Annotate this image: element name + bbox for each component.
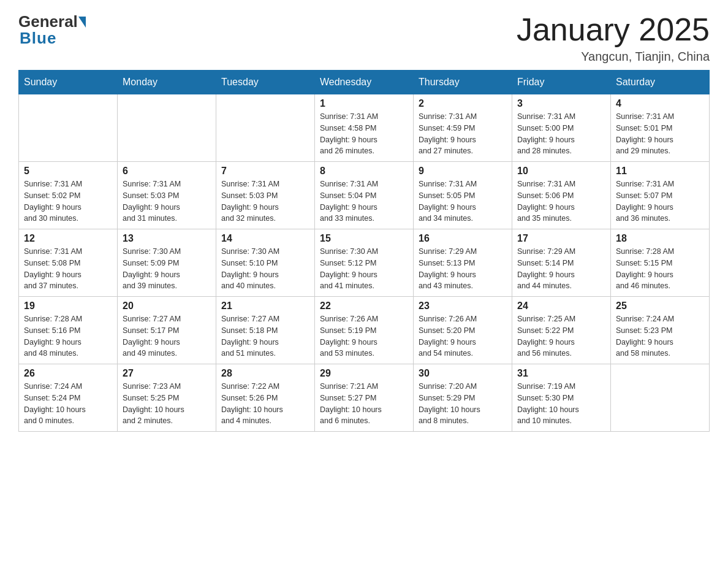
calendar-header-row: SundayMondayTuesdayWednesdayThursdayFrid…	[19, 71, 710, 94]
day-number: 25	[616, 301, 704, 312]
day-info: Sunrise: 7:22 AMSunset: 5:26 PMDaylight:…	[221, 381, 309, 427]
location-text: Yangcun, Tianjin, China	[517, 50, 710, 64]
calendar-cell: 7Sunrise: 7:31 AMSunset: 5:03 PMDaylight…	[216, 162, 315, 229]
calendar-cell	[216, 94, 315, 162]
day-info: Sunrise: 7:31 AMSunset: 5:01 PMDaylight:…	[616, 111, 704, 157]
calendar-cell: 13Sunrise: 7:30 AMSunset: 5:09 PMDayligh…	[118, 229, 216, 297]
day-info: Sunrise: 7:31 AMSunset: 5:03 PMDaylight:…	[123, 178, 211, 224]
day-number: 9	[419, 166, 507, 177]
calendar-cell: 19Sunrise: 7:28 AMSunset: 5:16 PMDayligh…	[19, 297, 118, 364]
calendar-cell: 20Sunrise: 7:27 AMSunset: 5:17 PMDayligh…	[118, 297, 216, 364]
calendar-cell: 21Sunrise: 7:27 AMSunset: 5:18 PMDayligh…	[216, 297, 315, 364]
day-info: Sunrise: 7:28 AMSunset: 5:16 PMDaylight:…	[24, 313, 112, 359]
day-info: Sunrise: 7:19 AMSunset: 5:30 PMDaylight:…	[517, 381, 605, 427]
day-info: Sunrise: 7:27 AMSunset: 5:17 PMDaylight:…	[123, 313, 211, 359]
calendar-week-row: 1Sunrise: 7:31 AMSunset: 4:58 PMDaylight…	[19, 94, 710, 162]
day-number: 22	[320, 301, 408, 312]
day-number: 5	[24, 166, 112, 177]
calendar-cell: 11Sunrise: 7:31 AMSunset: 5:07 PMDayligh…	[611, 162, 710, 229]
calendar-cell: 8Sunrise: 7:31 AMSunset: 5:04 PMDaylight…	[315, 162, 414, 229]
calendar-cell: 4Sunrise: 7:31 AMSunset: 5:01 PMDaylight…	[611, 94, 710, 162]
calendar-cell: 5Sunrise: 7:31 AMSunset: 5:02 PMDaylight…	[19, 162, 118, 229]
calendar-cell: 10Sunrise: 7:31 AMSunset: 5:06 PMDayligh…	[512, 162, 611, 229]
calendar-cell: 25Sunrise: 7:24 AMSunset: 5:23 PMDayligh…	[611, 297, 710, 364]
day-number: 10	[517, 166, 605, 177]
calendar-cell: 29Sunrise: 7:21 AMSunset: 5:27 PMDayligh…	[315, 364, 414, 432]
day-info: Sunrise: 7:30 AMSunset: 5:12 PMDaylight:…	[320, 246, 408, 292]
day-number: 31	[517, 368, 605, 379]
calendar-week-row: 26Sunrise: 7:24 AMSunset: 5:24 PMDayligh…	[19, 364, 710, 432]
calendar-header-thursday: Thursday	[414, 71, 512, 94]
day-info: Sunrise: 7:29 AMSunset: 5:13 PMDaylight:…	[419, 246, 507, 292]
day-number: 27	[123, 368, 211, 379]
calendar-header-monday: Monday	[118, 71, 216, 94]
day-info: Sunrise: 7:29 AMSunset: 5:14 PMDaylight:…	[517, 246, 605, 292]
day-number: 29	[320, 368, 408, 379]
day-number: 17	[517, 233, 605, 244]
day-info: Sunrise: 7:27 AMSunset: 5:18 PMDaylight:…	[221, 313, 309, 359]
day-number: 8	[320, 166, 408, 177]
calendar-header-wednesday: Wednesday	[315, 71, 414, 94]
day-info: Sunrise: 7:31 AMSunset: 4:59 PMDaylight:…	[419, 111, 507, 157]
calendar-cell: 23Sunrise: 7:26 AMSunset: 5:20 PMDayligh…	[414, 297, 512, 364]
day-info: Sunrise: 7:24 AMSunset: 5:24 PMDaylight:…	[24, 381, 112, 427]
day-number: 2	[419, 98, 507, 109]
calendar-header-friday: Friday	[512, 71, 611, 94]
day-info: Sunrise: 7:28 AMSunset: 5:15 PMDaylight:…	[616, 246, 704, 292]
calendar-header-sunday: Sunday	[19, 71, 118, 94]
month-title: January 2025	[517, 12, 710, 47]
calendar-cell: 15Sunrise: 7:30 AMSunset: 5:12 PMDayligh…	[315, 229, 414, 297]
calendar-cell: 3Sunrise: 7:31 AMSunset: 5:00 PMDaylight…	[512, 94, 611, 162]
calendar-cell: 24Sunrise: 7:25 AMSunset: 5:22 PMDayligh…	[512, 297, 611, 364]
day-info: Sunrise: 7:31 AMSunset: 5:02 PMDaylight:…	[24, 178, 112, 224]
day-number: 21	[221, 301, 309, 312]
day-info: Sunrise: 7:30 AMSunset: 5:10 PMDaylight:…	[221, 246, 309, 292]
calendar-cell: 9Sunrise: 7:31 AMSunset: 5:05 PMDaylight…	[414, 162, 512, 229]
calendar-cell: 1Sunrise: 7:31 AMSunset: 4:58 PMDaylight…	[315, 94, 414, 162]
logo: General Blue	[18, 12, 86, 48]
day-number: 14	[221, 233, 309, 244]
calendar-week-row: 19Sunrise: 7:28 AMSunset: 5:16 PMDayligh…	[19, 297, 710, 364]
calendar-table: SundayMondayTuesdayWednesdayThursdayFrid…	[18, 70, 710, 432]
calendar-cell: 22Sunrise: 7:26 AMSunset: 5:19 PMDayligh…	[315, 297, 414, 364]
day-info: Sunrise: 7:21 AMSunset: 5:27 PMDaylight:…	[320, 381, 408, 427]
calendar-cell: 30Sunrise: 7:20 AMSunset: 5:29 PMDayligh…	[414, 364, 512, 432]
calendar-cell	[118, 94, 216, 162]
calendar-cell: 2Sunrise: 7:31 AMSunset: 4:59 PMDaylight…	[414, 94, 512, 162]
day-info: Sunrise: 7:31 AMSunset: 4:58 PMDaylight:…	[320, 111, 408, 157]
title-area: January 2025 Yangcun, Tianjin, China	[517, 12, 710, 64]
calendar-cell: 26Sunrise: 7:24 AMSunset: 5:24 PMDayligh…	[19, 364, 118, 432]
day-number: 6	[123, 166, 211, 177]
calendar-cell: 27Sunrise: 7:23 AMSunset: 5:25 PMDayligh…	[118, 364, 216, 432]
calendar-cell: 16Sunrise: 7:29 AMSunset: 5:13 PMDayligh…	[414, 229, 512, 297]
day-info: Sunrise: 7:26 AMSunset: 5:20 PMDaylight:…	[419, 313, 507, 359]
calendar-header-saturday: Saturday	[611, 71, 710, 94]
day-number: 7	[221, 166, 309, 177]
calendar-header-tuesday: Tuesday	[216, 71, 315, 94]
calendar-cell: 14Sunrise: 7:30 AMSunset: 5:10 PMDayligh…	[216, 229, 315, 297]
page-header: General Blue January 2025 Yangcun, Tianj…	[18, 12, 710, 64]
calendar-cell	[19, 94, 118, 162]
day-number: 26	[24, 368, 112, 379]
day-info: Sunrise: 7:31 AMSunset: 5:03 PMDaylight:…	[221, 178, 309, 224]
day-info: Sunrise: 7:23 AMSunset: 5:25 PMDaylight:…	[123, 381, 211, 427]
day-number: 11	[616, 166, 704, 177]
calendar-cell: 31Sunrise: 7:19 AMSunset: 5:30 PMDayligh…	[512, 364, 611, 432]
calendar-week-row: 5Sunrise: 7:31 AMSunset: 5:02 PMDaylight…	[19, 162, 710, 229]
day-info: Sunrise: 7:31 AMSunset: 5:06 PMDaylight:…	[517, 178, 605, 224]
day-number: 12	[24, 233, 112, 244]
day-number: 15	[320, 233, 408, 244]
day-number: 16	[419, 233, 507, 244]
calendar-cell: 18Sunrise: 7:28 AMSunset: 5:15 PMDayligh…	[611, 229, 710, 297]
day-info: Sunrise: 7:31 AMSunset: 5:05 PMDaylight:…	[419, 178, 507, 224]
day-number: 18	[616, 233, 704, 244]
day-number: 3	[517, 98, 605, 109]
day-number: 20	[123, 301, 211, 312]
day-info: Sunrise: 7:20 AMSunset: 5:29 PMDaylight:…	[419, 381, 507, 427]
day-info: Sunrise: 7:25 AMSunset: 5:22 PMDaylight:…	[517, 313, 605, 359]
calendar-cell: 12Sunrise: 7:31 AMSunset: 5:08 PMDayligh…	[19, 229, 118, 297]
day-info: Sunrise: 7:24 AMSunset: 5:23 PMDaylight:…	[616, 313, 704, 359]
day-number: 23	[419, 301, 507, 312]
day-number: 19	[24, 301, 112, 312]
calendar-week-row: 12Sunrise: 7:31 AMSunset: 5:08 PMDayligh…	[19, 229, 710, 297]
